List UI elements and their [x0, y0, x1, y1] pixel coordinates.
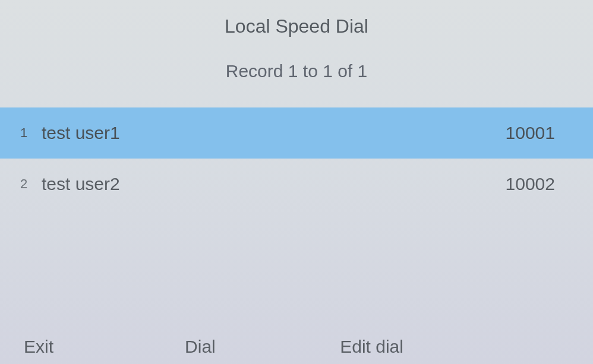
list-item[interactable]: 2 test user2 10002 — [0, 159, 593, 210]
exit-button[interactable]: Exit — [24, 337, 167, 357]
speed-dial-list: 1 test user1 10001 2 test user2 10002 — [0, 87, 593, 337]
speed-dial-screen: Local Speed Dial Record 1 to 1 of 1 1 te… — [0, 0, 593, 364]
list-item-number: 10002 — [506, 174, 555, 194]
dial-button[interactable]: Dial — [167, 337, 328, 357]
page-title: Local Speed Dial — [0, 0, 593, 37]
softkey-bar: Exit Dial Edit dial — [0, 337, 593, 364]
list-item[interactable]: 1 test user1 10001 — [0, 107, 593, 159]
list-item-name: test user1 — [38, 123, 506, 143]
list-item-name: test user2 — [38, 174, 506, 194]
list-item-index: 1 — [20, 125, 38, 141]
edit-dial-button[interactable]: Edit dial — [328, 337, 483, 357]
list-item-number: 10001 — [506, 123, 555, 143]
record-counter: Record 1 to 1 of 1 — [0, 37, 593, 87]
softkey-empty — [483, 337, 569, 357]
list-item-index: 2 — [20, 176, 38, 192]
